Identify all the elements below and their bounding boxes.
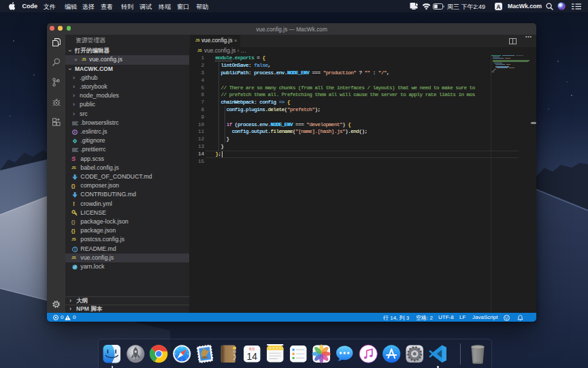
svg-text:14: 14 bbox=[246, 351, 257, 361]
svg-text:A: A bbox=[496, 3, 500, 10]
